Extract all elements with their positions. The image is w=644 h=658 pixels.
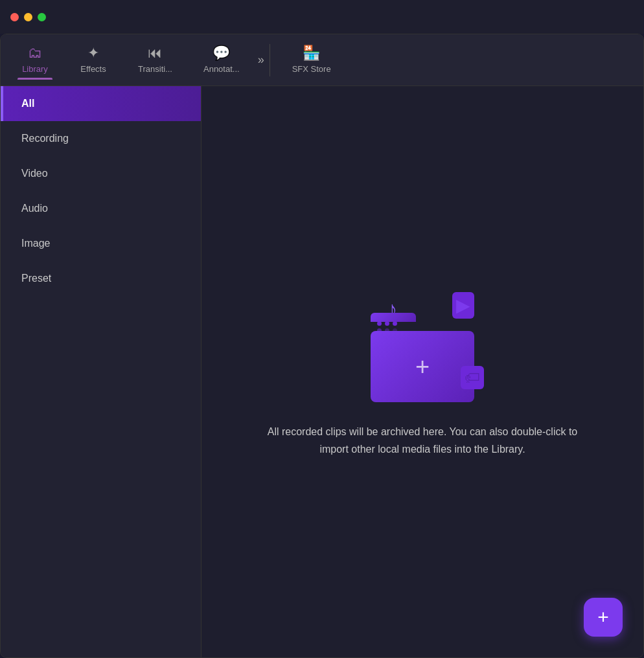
sidebar-item-image[interactable]: Image [1,226,201,261]
image-icon: 🏷 [461,366,484,389]
empty-state: ♪ ▶ + 🏷 All recorded clips will be archi… [254,286,591,458]
sidebar-item-preset[interactable]: Preset [1,261,201,296]
fullscreen-button[interactable] [38,13,46,21]
transitions-icon: ⏮ [148,46,162,60]
add-icon: + [597,606,609,628]
tab-annotations[interactable]: 💬 Annotat... [188,41,255,79]
sidebar-item-recording[interactable]: Recording [1,121,201,156]
sidebar: All Recording Video Audio Image Preset [1,86,201,657]
sfx-store-icon: 🏪 [303,46,320,60]
video-icon: ▶ [452,292,474,319]
tab-annotations-label: Annotat... [203,64,240,74]
sidebar-item-all[interactable]: All [1,86,201,121]
tab-library-label: Library [22,64,48,74]
tab-effects[interactable]: ✦ Effects [64,41,122,79]
add-media-button[interactable]: + [584,598,623,637]
tab-sfx-label: SFX Store [292,64,331,74]
title-bar [0,0,644,34]
tab-sfx-store[interactable]: 🏪 SFX Store [273,41,351,79]
annotations-icon: 💬 [213,46,230,60]
main-content: ♪ ▶ + 🏷 All recorded clips will be archi… [201,86,643,657]
tab-bar: 🗂 Library ✦ Effects ⏮ Transiti... 💬 Anno… [1,34,643,86]
folder-plus-icon: + [415,354,430,379]
sidebar-item-audio[interactable]: Audio [1,191,201,226]
tab-effects-label: Effects [80,64,106,74]
empty-description: All recorded clips will be archived here… [254,423,591,458]
close-button[interactable] [10,13,19,21]
effects-icon: ✦ [87,46,99,60]
minimize-button[interactable] [24,13,32,21]
library-icon: 🗂 [28,46,42,60]
tab-transitions[interactable]: ⏮ Transiti... [122,41,188,79]
more-tabs-button[interactable]: » [255,48,267,72]
tab-divider [270,44,270,76]
folder-illustration: ♪ ▶ + 🏷 [351,286,494,402]
sidebar-item-video[interactable]: Video [1,156,201,191]
main-container: 🗂 Library ✦ Effects ⏮ Transiti... 💬 Anno… [0,34,644,658]
folder-tab [371,313,416,322]
tab-transitions-label: Transiti... [138,64,172,74]
folder-body: + [371,331,474,402]
content-area: All Recording Video Audio Image Preset [1,86,643,657]
tab-library[interactable]: 🗂 Library [6,41,64,79]
